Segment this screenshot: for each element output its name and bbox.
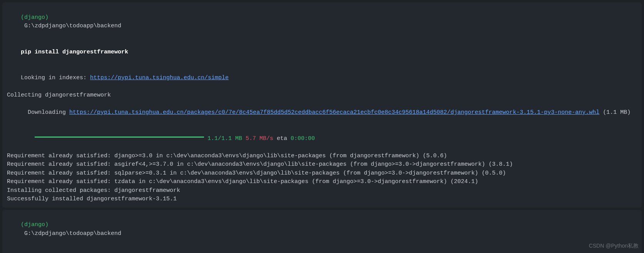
watermark-text: CSDN @Python私教 [589,242,639,250]
output-line: Installing collected packages: djangores… [7,186,637,195]
prompt-line: (django) G:\zdpdjango\todoapp\backend [7,5,637,39]
progress-bar-icon [35,136,204,138]
command-text: pip install djangorestframework [21,49,128,55]
prompt-line: (django) G:\zdpdjango\todoapp\backend [7,212,637,247]
prompt-path: G:\zdpdjango\todoapp\backend [21,23,121,29]
command-line: pip install djangorestframework [7,39,637,65]
output-line: Requirement already satisfied: sqlparse>… [7,169,637,178]
progress-line: 1.1/1.1 MB 5.7 MB/s eta 0:00:00 [7,126,637,152]
output-line: Collecting djangorestframework [7,91,637,100]
prompt-env: (django) [21,14,49,21]
output-line: Looking in indexes: https://pypi.tuna.ts… [7,65,637,92]
progress-speed: 5.7 MB/s [242,135,273,142]
index-link[interactable]: https://pypi.tuna.tsinghua.edu.cn/simple [90,75,229,81]
output-line: Downloading https://pypi.tuna.tsinghua.e… [7,100,637,126]
terminal-panel-install[interactable]: (django) G:\zdpdjango\todoapp\backend pi… [2,2,642,208]
terminal-panel-list[interactable]: (django) G:\zdpdjango\todoapp\backend pi… [2,210,642,253]
output-line: Requirement already satisfied: asgiref<4… [7,160,637,169]
progress-size: 1.1/1.1 MB [204,135,242,142]
output-line: Successfully installed djangorestframewo… [7,195,637,204]
progress-eta: 0:00:00 [291,135,315,142]
output-line: Requirement already satisfied: django>=3… [7,152,637,161]
command-line: pip list [7,247,637,253]
prompt-path: G:\zdpdjango\todoapp\backend [21,230,121,237]
download-link[interactable]: https://pypi.tuna.tsinghua.edu.cn/packag… [69,109,599,116]
prompt-env: (django) [21,221,49,228]
output-line: Requirement already satisfied: tzdata in… [7,178,637,186]
